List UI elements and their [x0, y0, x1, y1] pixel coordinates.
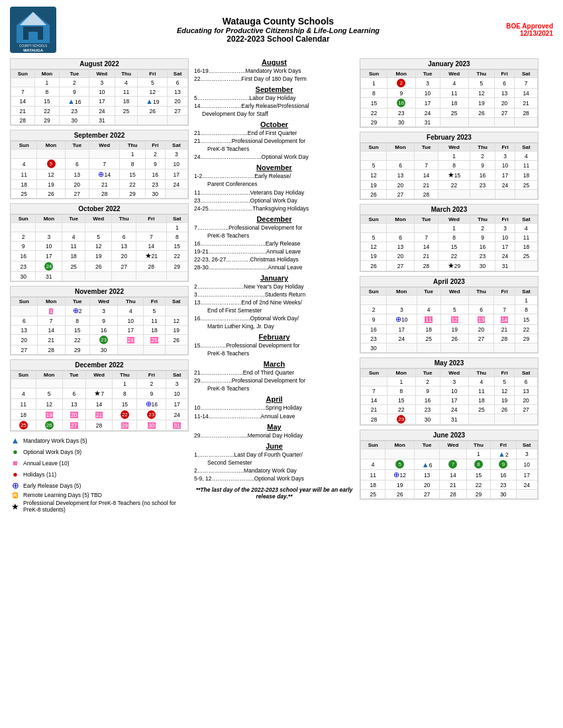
- col-sat: Sat: [515, 144, 537, 152]
- table-row: 27: [168, 107, 188, 116]
- table-row: 28: [440, 490, 466, 499]
- table-row: [440, 449, 466, 459]
- table-row: 4: [118, 306, 144, 316]
- event-line: PreK-8 Teachers: [194, 146, 354, 153]
- table-row: 13: [112, 242, 136, 251]
- table-row: [494, 296, 515, 305]
- pd-icon: ★: [448, 261, 454, 269]
- table-row: 24: [166, 410, 188, 420]
- table-row: 10: [516, 459, 537, 470]
- table-row: [468, 296, 493, 305]
- table-row: 21222324252627: [361, 405, 538, 414]
- table-row: 21: [85, 410, 113, 420]
- table-row: 16: [491, 470, 516, 480]
- table-row: 4: [468, 377, 494, 387]
- table-row: 13: [387, 170, 415, 181]
- table-row: 29: [34, 116, 60, 125]
- event-line: Development Day for Staff: [194, 111, 354, 118]
- table-row: 27: [387, 190, 415, 199]
- table-row: 10: [495, 161, 515, 170]
- table-row: 23: [361, 334, 387, 343]
- early-release-icon: ⊕: [146, 400, 152, 408]
- table-row: 4: [440, 78, 468, 89]
- table-row: 22: [34, 107, 60, 116]
- annual-icon: 12: [451, 316, 458, 323]
- event-line: 21……………..Professional Development for: [194, 138, 354, 145]
- annual-icon: 21: [95, 412, 103, 418]
- table-row: 6: [62, 388, 85, 399]
- col-mon: Mon: [37, 142, 65, 150]
- logo-area: WATAUGA COUNTY SCHOOLS: [10, 7, 56, 53]
- table-row: 25: [11, 420, 36, 431]
- table-row: 25: [361, 490, 385, 499]
- early-release-icon: ⊕: [10, 480, 21, 490]
- table-row: [387, 296, 417, 305]
- table-row: 16: [11, 251, 36, 261]
- table-row: 22: [166, 251, 187, 261]
- calendar-nov2022: November 2022 SunMonTueWedThuFriSat 1 ⊕2…: [10, 286, 189, 355]
- nov2022-grid: SunMonTueWedThuFriSat 1 ⊕2 345 678910111…: [11, 297, 188, 355]
- table-row: [417, 343, 440, 353]
- table-row: 6: [112, 232, 136, 242]
- col-tue: Tue: [62, 371, 85, 379]
- table-row: 6: [387, 233, 415, 242]
- table-row: 8: [65, 316, 89, 326]
- table-row: 4: [515, 152, 537, 161]
- table-row: 17: [36, 251, 62, 261]
- holiday-circle-icon: ●: [10, 469, 21, 479]
- table-row: 14: [515, 89, 538, 98]
- table-row: 15: [466, 470, 491, 480]
- col-sun: Sun: [361, 216, 387, 224]
- table-row: 15: [361, 98, 387, 109]
- table-row: 25: [515, 251, 537, 261]
- table-row: 12: [468, 89, 494, 98]
- table-row: 4 5 ▲6 7 8 9 10: [361, 459, 538, 470]
- table-row: ⊕16: [137, 399, 166, 410]
- table-row: 12: [361, 170, 387, 181]
- table-row: 5: [144, 306, 165, 316]
- table-row: 16: [361, 325, 387, 334]
- table-row: 16: [470, 170, 495, 181]
- table-row: 30: [470, 261, 495, 271]
- events-august: August 16-19………………..Mandatory Work Days …: [194, 58, 354, 83]
- col-mon: Mon: [387, 216, 415, 224]
- events-november-title: November: [194, 163, 354, 171]
- event-line: 24-25……………….…..Thanksgiving Holidays: [194, 205, 354, 212]
- table-row: 10: [118, 316, 144, 326]
- table-row: 23: [387, 109, 415, 118]
- table-row: 1112131415 ⊕16 17: [11, 399, 188, 410]
- table-row: 20: [62, 410, 85, 420]
- table-row: 10: [165, 159, 187, 169]
- table-row: 29: [65, 345, 89, 355]
- svg-rect-4: [28, 32, 38, 40]
- table-row: 10: [36, 242, 62, 251]
- col-thu: Thu: [468, 70, 494, 78]
- table-row: 27: [65, 189, 89, 199]
- col-wed: Wed: [438, 144, 470, 152]
- legend-pd: ★ Professional Development for PreK-8 Te…: [10, 500, 189, 513]
- event-line: 24……………………….…..Optional Work Day: [194, 154, 354, 161]
- col-wed: Wed: [89, 142, 120, 150]
- col-wed: Wed: [89, 70, 115, 78]
- table-row: 22: [438, 181, 470, 190]
- table-row: 30: [89, 345, 118, 355]
- table-row: 13: [468, 314, 493, 325]
- table-row: 8: [387, 387, 415, 396]
- col-sun: Sun: [11, 70, 35, 78]
- legend: ▲ Mandatory Work Days (5) ● Optional Wor…: [10, 435, 189, 513]
- table-row: 4: [417, 305, 440, 314]
- col-mon: Mon: [34, 70, 60, 78]
- table-row: 9: [89, 316, 118, 326]
- table-row: 22: [466, 480, 491, 490]
- table-row: 23: [137, 410, 166, 420]
- table-row: [138, 116, 168, 125]
- table-row: 18: [361, 480, 385, 490]
- table-row: 1: [37, 306, 65, 316]
- table-row: 11: [11, 399, 36, 410]
- events-october: October 21…………..………...End of First Quart…: [194, 120, 354, 161]
- table-row: 252627282930: [361, 490, 538, 499]
- col-sun: Sun: [11, 142, 37, 150]
- table-row: 262728 ★29 3031: [361, 261, 538, 271]
- table-row: [136, 272, 167, 281]
- sep2022-grid: SunMonTueWedThuFriSat 123 4 5 678910: [11, 141, 188, 199]
